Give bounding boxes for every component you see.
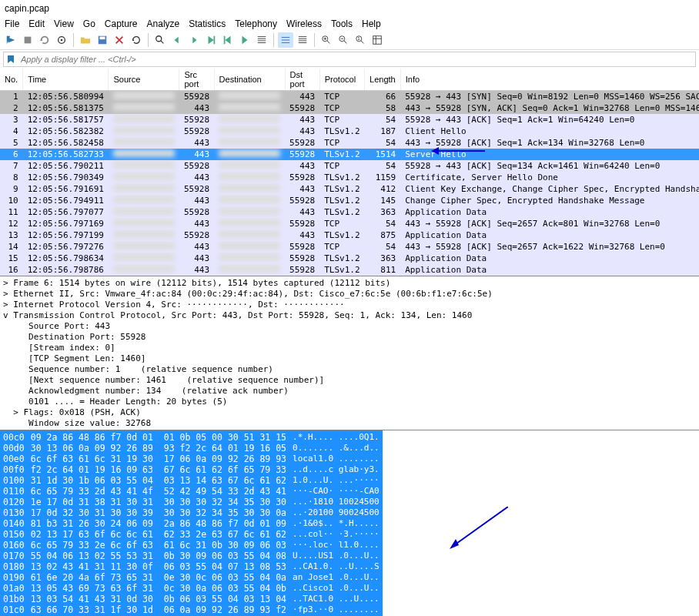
menu-go[interactable]: Go <box>83 18 95 29</box>
detail-line[interactable]: [Stream index: 0] <box>3 343 696 353</box>
detail-line[interactable]: Sequence number: 1 (relative sequence nu… <box>3 364 696 375</box>
go-to-packet-button[interactable] <box>203 32 219 48</box>
col-proto[interactable]: Protocol <box>319 69 364 91</box>
packet-row[interactable]: 912:05:56.79169155928443TLSv1.2412Client… <box>0 183 699 195</box>
packet-row[interactable]: 1112:05:56.79707755928443TLSv1.2363Appli… <box>0 206 699 218</box>
packet-row[interactable]: 1412:05:56.79727644355928TCP54443 → 5592… <box>0 241 699 253</box>
packet-row[interactable]: 512:05:56.58245844355928TCP54443 → 55928… <box>0 137 699 149</box>
col-source[interactable]: Source <box>109 69 179 91</box>
packet-row[interactable]: 812:05:56.79034944355928TLSv1.21159Certi… <box>0 172 699 183</box>
hex-offsets: 00c0 00d0 00e0 00f0 0100 0110 0120 0130 … <box>0 430 28 616</box>
detail-line[interactable]: Acknowledgment number: 134 (relative ack… <box>3 386 696 397</box>
menu-telephony[interactable]: Telephony <box>235 18 277 29</box>
zoom-in-button[interactable] <box>319 32 334 48</box>
col-no[interactable]: No. <box>0 69 23 91</box>
close-file-button[interactable] <box>112 32 127 48</box>
start-capture-button[interactable] <box>3 32 18 48</box>
save-file-button[interactable] <box>95 32 110 48</box>
packet-row[interactable]: 312:05:56.58175755928443TCP5455928 → 443… <box>0 114 699 126</box>
detail-line[interactable]: Window size value: 32768 <box>3 418 696 429</box>
svg-rect-12 <box>373 36 382 45</box>
menu-statistics[interactable]: Statistics <box>189 18 226 29</box>
packet-list-table[interactable]: No. Time Source Src port Destination Dst… <box>0 69 699 276</box>
menu-analyze[interactable]: Analyze <box>147 18 180 29</box>
col-dest[interactable]: Destination <box>214 69 285 91</box>
zoom-out-button[interactable] <box>336 32 351 48</box>
svg-rect-0 <box>25 37 32 44</box>
go-back-button[interactable] <box>169 32 185 48</box>
display-filter-input[interactable] <box>18 53 695 65</box>
packet-row[interactable]: 412:05:56.58238255928443TLSv1.2187Client… <box>0 126 699 137</box>
packet-row[interactable]: 1512:05:56.79863444355928TLSv1.2363Appli… <box>0 253 699 264</box>
resize-columns-button[interactable] <box>295 32 310 48</box>
auto-scroll-button[interactable] <box>254 32 269 48</box>
capture-options-button[interactable] <box>54 32 69 48</box>
display-filter-bar <box>3 52 696 67</box>
packet-row[interactable]: 1612:05:56.79878644355928TLSv1.2811Appli… <box>0 264 699 276</box>
col-info[interactable]: Info <box>400 69 699 91</box>
hex-bytes: 09 2a 86 48 86 f7 0d 01 01 0b 05 00 30 5… <box>28 430 289 616</box>
packet-row[interactable]: 1212:05:56.79716944355928TCP54443 → 5592… <box>0 218 699 229</box>
detail-line[interactable]: Destination Port: 55928 <box>3 332 696 343</box>
go-last-button[interactable] <box>237 32 253 48</box>
packet-row[interactable]: 612:05:56.58273344355928TLSv1.21514Serve… <box>0 149 699 160</box>
toolbar: 1 <box>0 31 699 50</box>
hex-ascii: .*.H.... ....0Q1. 0....... .&...d.. loca… <box>289 430 383 616</box>
detail-line[interactable]: v Transmission Control Protocol, Src Por… <box>3 310 696 321</box>
menu-wireless[interactable]: Wireless <box>286 18 322 29</box>
table-header-row: No. Time Source Src port Destination Dst… <box>0 69 699 91</box>
menu-bar: File Edit View Go Capture Analyze Statis… <box>0 17 699 31</box>
detail-line[interactable]: > Internet Protocol Version 4, Src: ····… <box>3 300 696 310</box>
svg-text:1: 1 <box>358 36 360 41</box>
detail-line[interactable]: 0101 .... = Header Length: 20 bytes (5) <box>3 397 696 407</box>
detail-line[interactable]: [Next sequence number: 1461 (relative se… <box>3 375 696 386</box>
menu-capture[interactable]: Capture <box>105 18 138 29</box>
reload-button[interactable] <box>129 32 144 48</box>
stop-capture-button[interactable] <box>20 32 35 48</box>
col-dstport[interactable]: Dst port <box>285 69 319 91</box>
go-forward-button[interactable] <box>186 32 202 48</box>
detail-line[interactable]: [TCP Segment Len: 1460] <box>3 353 696 364</box>
packet-row[interactable]: 212:05:56.58137544355928TCP58443 → 55928… <box>0 102 699 114</box>
menu-view[interactable]: View <box>54 18 74 29</box>
menu-help[interactable]: Help <box>362 18 381 29</box>
menu-edit[interactable]: Edit <box>28 18 45 29</box>
svg-rect-6 <box>214 36 216 45</box>
colorize-button[interactable] <box>278 32 293 48</box>
detail-line[interactable]: > Ethernet II, Src: Vmware_4f:ac:84 (00:… <box>3 289 696 300</box>
window-title: capin.pcap <box>5 3 49 14</box>
col-srcport[interactable]: Src port <box>179 69 214 91</box>
detail-line[interactable]: Source Port: 443 <box>3 321 696 332</box>
filter-bookmark-icon[interactable] <box>4 52 18 66</box>
packet-details-pane[interactable]: > Frame 6: 1514 bytes on wire (12112 bit… <box>0 276 699 430</box>
menu-tools[interactable]: Tools <box>331 18 353 29</box>
col-len[interactable]: Length <box>365 69 401 91</box>
go-first-button[interactable] <box>220 32 236 48</box>
packet-row[interactable]: 112:05:56.58099455928443TCP6655928 → 443… <box>0 91 699 103</box>
packet-row[interactable]: 1312:05:56.79719955928443TLSv1.2875Appli… <box>0 229 699 241</box>
detail-line[interactable]: > Flags: 0x018 (PSH, ACK) <box>3 407 696 418</box>
resize-button[interactable] <box>370 32 385 48</box>
menu-file[interactable]: File <box>5 18 19 29</box>
detail-line[interactable]: > Frame 6: 1514 bytes on wire (12112 bit… <box>3 278 696 289</box>
svg-rect-4 <box>100 37 105 40</box>
col-time[interactable]: Time <box>23 69 109 91</box>
restart-capture-button[interactable] <box>37 32 52 48</box>
find-packet-button[interactable] <box>152 32 168 48</box>
svg-point-2 <box>61 39 63 42</box>
zoom-reset-button[interactable]: 1 <box>353 32 368 48</box>
svg-point-5 <box>156 36 162 42</box>
packet-row[interactable]: 712:05:56.79021155928443TCP5455928 → 443… <box>0 160 699 172</box>
packet-bytes-pane[interactable]: 00c0 00d0 00e0 00f0 0100 0110 0120 0130 … <box>0 430 699 616</box>
svg-rect-7 <box>224 36 226 45</box>
open-file-button[interactable] <box>78 32 93 48</box>
packet-row[interactable]: 1012:05:56.79491144355928TLSv1.2145Chang… <box>0 195 699 206</box>
title-bar: capin.pcap <box>0 0 699 17</box>
